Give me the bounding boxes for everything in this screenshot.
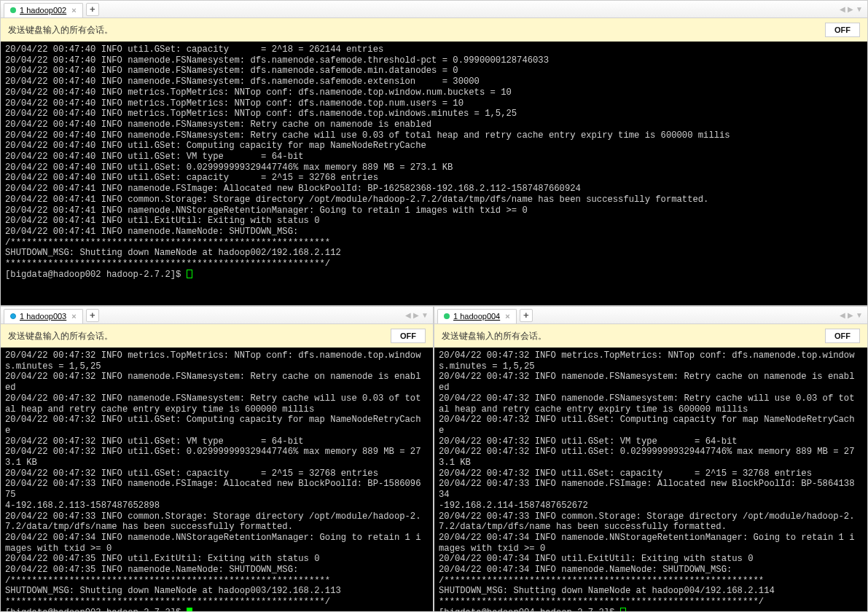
- cursor-icon: [187, 608, 192, 611]
- tab-prev-icon[interactable]: ◀: [840, 5, 845, 13]
- cursor-icon: [187, 270, 192, 278]
- off-button[interactable]: OFF: [391, 329, 426, 343]
- cursor-icon: [620, 608, 626, 611]
- status-dot-icon: [10, 7, 16, 13]
- tab-label: 1 hadoop004: [453, 312, 500, 321]
- tab-nav: ◀ ▶ ▼: [837, 5, 866, 13]
- new-tab-button[interactable]: +: [86, 3, 99, 16]
- tab-dropdown-icon[interactable]: ▼: [421, 311, 429, 319]
- tabbar-bl: 1 hadoop003 × + ◀ ▶ ▼: [1, 307, 433, 324]
- tab-hadoop003[interactable]: 1 hadoop003 ×: [4, 309, 83, 323]
- banner-text: 发送键盘输入的所有会话。: [8, 330, 113, 342]
- tab-nav: ◀ ▶ ▼: [837, 311, 866, 319]
- tab-label: 1 hadoop002: [20, 6, 66, 15]
- off-button[interactable]: OFF: [825, 329, 860, 343]
- tab-prev-icon[interactable]: ◀: [405, 311, 411, 319]
- tab-hadoop004[interactable]: 1 hadoop004 ×: [437, 309, 517, 323]
- new-tab-button[interactable]: +: [520, 309, 533, 322]
- tab-dropdown-icon[interactable]: ▼: [856, 5, 863, 13]
- close-icon[interactable]: ×: [71, 312, 76, 321]
- new-tab-button[interactable]: +: [86, 309, 99, 322]
- banner-text: 发送键盘输入的所有会话。: [8, 24, 113, 36]
- pane-hadoop004: 1 hadoop004 × + ◀ ▶ ▼ 发送键盘输入的所有会话。 OFF 2…: [434, 306, 868, 612]
- tabbar-br: 1 hadoop004 × + ◀ ▶ ▼: [434, 307, 867, 324]
- tabbar-top: 1 hadoop002 × + ◀ ▶ ▼: [1, 1, 867, 18]
- tab-next-icon[interactable]: ▶: [413, 311, 419, 319]
- tab-dropdown-icon[interactable]: ▼: [856, 311, 863, 319]
- status-dot-icon: [10, 313, 16, 319]
- tab-hadoop002[interactable]: 1 hadoop002 ×: [4, 3, 83, 17]
- broadcast-banner: 发送键盘输入的所有会话。 OFF: [1, 324, 433, 348]
- status-dot-icon: [444, 313, 450, 319]
- close-icon[interactable]: ×: [505, 312, 509, 321]
- terminal-hadoop003[interactable]: 20/04/22 00:47:32 INFO metrics.TopMetric…: [1, 348, 433, 611]
- broadcast-banner: 发送键盘输入的所有会话。 OFF: [434, 324, 867, 348]
- tab-label: 1 hadoop003: [20, 312, 66, 321]
- close-icon[interactable]: ×: [71, 6, 76, 15]
- tab-prev-icon[interactable]: ◀: [840, 311, 845, 319]
- terminal-hadoop004[interactable]: 20/04/22 00:47:32 INFO metrics.TopMetric…: [434, 348, 867, 611]
- pane-hadoop003: 1 hadoop003 × + ◀ ▶ ▼ 发送键盘输入的所有会话。 OFF 2…: [0, 306, 434, 612]
- tab-next-icon[interactable]: ▶: [848, 311, 853, 319]
- tab-nav: ◀ ▶ ▼: [402, 311, 431, 319]
- off-button[interactable]: OFF: [825, 23, 860, 37]
- tab-next-icon[interactable]: ▶: [848, 5, 853, 13]
- broadcast-banner: 发送键盘输入的所有会话。 OFF: [1, 18, 867, 42]
- pane-hadoop002: 1 hadoop002 × + ◀ ▶ ▼ 发送键盘输入的所有会话。 OFF 2…: [0, 0, 868, 306]
- banner-text: 发送键盘输入的所有会话。: [442, 330, 547, 342]
- terminal-hadoop002[interactable]: 20/04/22 00:47:40 INFO util.GSet: capaci…: [1, 42, 867, 305]
